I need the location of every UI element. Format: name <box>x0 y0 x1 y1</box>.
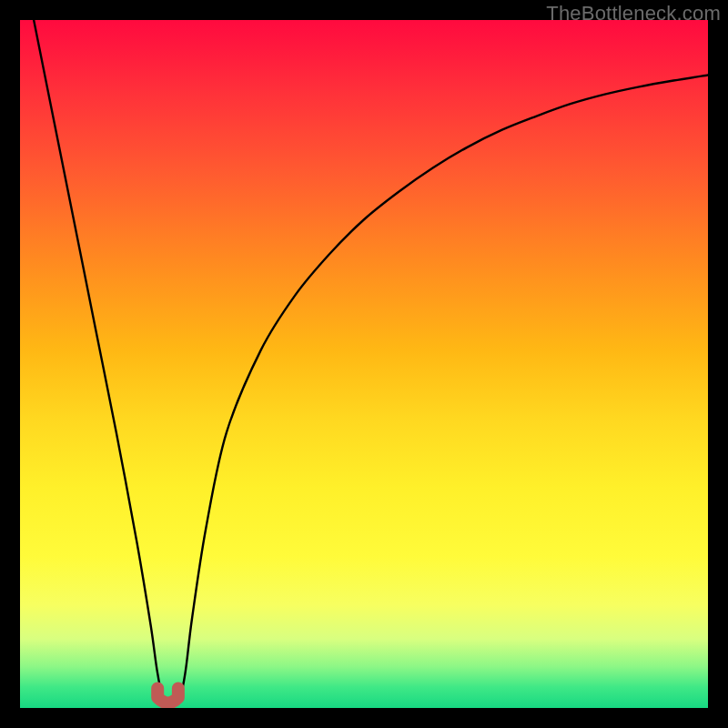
outer-frame: TheBottleneck.com <box>0 0 728 728</box>
curve-path <box>34 20 708 704</box>
notch-marker <box>157 688 178 703</box>
plot-area <box>20 20 708 708</box>
watermark-text: TheBottleneck.com <box>546 2 721 25</box>
bottleneck-curve <box>20 20 708 708</box>
